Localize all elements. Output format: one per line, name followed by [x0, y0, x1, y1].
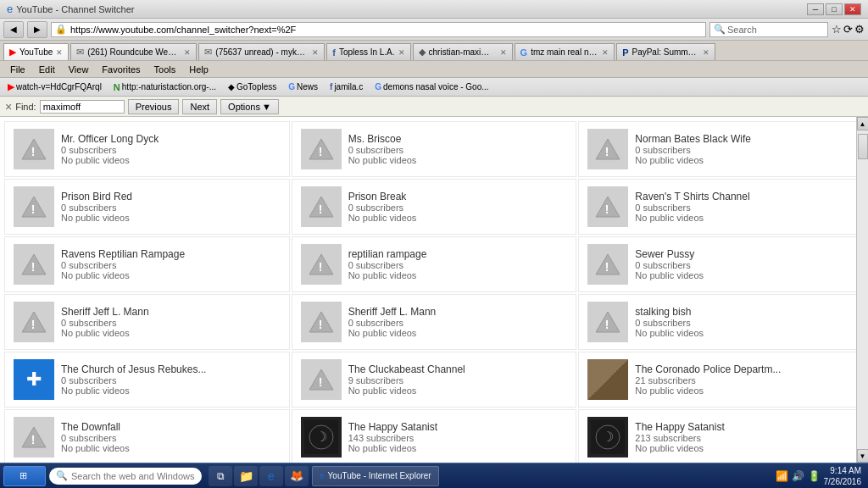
- channel-item[interactable]: ! stalking bish 0 subscribers No public …: [578, 294, 864, 350]
- bookmark-watch[interactable]: ▶ watch-v=HdCgrFQArql: [3, 80, 106, 93]
- warning-icon: !: [594, 136, 621, 163]
- tab-christian[interactable]: ◆ christian-maximoff - Wareho... ✕: [413, 43, 513, 60]
- channel-item[interactable]: ! Raven's T Shirts Channel 0 subscribers…: [578, 179, 864, 235]
- channel-item[interactable]: ! Ravens Reptilian Rampage 0 subscribers…: [4, 236, 290, 292]
- svg-text:☽: ☽: [315, 430, 327, 444]
- channel-info: The Church of Jesus Rebukes... 0 subscri…: [61, 363, 281, 396]
- channel-thumb-warn: !: [301, 129, 342, 169]
- channel-item[interactable]: ☽ The Happy Satanist 143 subscribers No …: [292, 409, 577, 463]
- browser-search-field[interactable]: 🔍 Search: [709, 22, 828, 37]
- forward-button[interactable]: ▶: [27, 21, 47, 38]
- channel-name: Sewer Pussy: [635, 248, 854, 260]
- taskbar-tray: 📶 🔊 🔋 9:14 AM 7/26/2016: [776, 465, 865, 487]
- channel-item[interactable]: ! Norman Bates Black Wife 0 subscribers …: [578, 121, 864, 177]
- channel-item[interactable]: ! Prison Break 0 subscribers No public v…: [292, 179, 577, 235]
- bookmark-demons[interactable]: G demons nasal voice - Goo...: [370, 81, 492, 92]
- maximize-button[interactable]: □: [826, 3, 843, 15]
- svg-text:!: !: [318, 318, 322, 331]
- settings-icon[interactable]: ⚙: [854, 23, 865, 36]
- find-options-label: Options: [228, 102, 260, 112]
- channel-item[interactable]: ! The Cluckabeast Channel 9 subscribers …: [292, 352, 577, 408]
- menu-view[interactable]: View: [62, 63, 96, 76]
- channel-videos: No public videos: [348, 213, 568, 223]
- tab-paypal[interactable]: P PayPal: Summary ✕: [616, 43, 715, 60]
- tab-close-pp[interactable]: ✕: [703, 48, 709, 57]
- menu-file[interactable]: File: [3, 63, 32, 76]
- channel-subscribers: 0 subscribers: [61, 318, 281, 328]
- find-previous-button[interactable]: Previous: [128, 99, 180, 114]
- bookmark-naturist[interactable]: N http:-naturistaction.org-...: [109, 81, 220, 93]
- tab-roundcube[interactable]: ✉ (261) Roundcube Webmail :: ... ✕: [70, 43, 197, 60]
- tab-mykonos[interactable]: ✉ (75637 unread) - mykonos67... ✕: [198, 43, 325, 60]
- tab-close-yt[interactable]: ✕: [56, 48, 63, 57]
- file-explorer-icon[interactable]: 📁: [234, 466, 258, 486]
- taskbar-search-box[interactable]: 🔍: [49, 468, 202, 485]
- find-input[interactable]: [40, 100, 125, 114]
- start-button[interactable]: ⊞: [3, 466, 46, 486]
- tab-close-tl[interactable]: ✕: [398, 48, 405, 57]
- tab-close-rc[interactable]: ✕: [184, 48, 191, 57]
- firefox-icon[interactable]: 🦊: [285, 466, 309, 486]
- channel-item[interactable]: ! The Downfall 0 subscribers No public v…: [4, 409, 290, 463]
- menu-help[interactable]: Help: [182, 63, 215, 76]
- channel-name: The Church of Jesus Rebukes...: [61, 363, 281, 375]
- tab-close-tmz[interactable]: ✕: [602, 48, 609, 57]
- tab-label-pp: PayPal: Summary: [632, 47, 699, 57]
- taskbar: ⊞ 🔍 ⧉ 📁 e 🦊 e YouTube - Internet Explore…: [0, 463, 868, 488]
- tab-label-tmz: tmz main real number - Goo...: [531, 47, 598, 57]
- scroll-up-button[interactable]: ▲: [857, 117, 869, 130]
- tray-clock[interactable]: 9:14 AM 7/26/2016: [824, 465, 862, 487]
- bookmark-gotopless[interactable]: ◆ GoTopless: [224, 81, 281, 92]
- menu-favorites[interactable]: Favorites: [95, 63, 147, 76]
- address-field[interactable]: 🔒 https://www.youtube.com/channel_switch…: [51, 22, 706, 37]
- close-button[interactable]: ✕: [844, 3, 861, 15]
- channel-thumb-coronado: [587, 359, 628, 400]
- bookmark-jamila[interactable]: f jamila.c: [326, 81, 367, 92]
- bookmark-icon-yt: ▶: [8, 81, 14, 92]
- title-bar-controls: ─ □ ✕: [807, 3, 861, 15]
- find-close-button[interactable]: ×: [5, 100, 12, 114]
- volume-icon[interactable]: 🔊: [792, 470, 804, 482]
- find-next-button[interactable]: Next: [182, 99, 217, 114]
- minimize-button[interactable]: ─: [807, 3, 824, 15]
- scrollbar[interactable]: ▲ ▼: [856, 117, 868, 463]
- channel-item[interactable]: ! Prison Bird Red 0 subscribers No publi…: [4, 179, 290, 235]
- channel-subscribers: 0 subscribers: [61, 202, 281, 213]
- channel-name: reptilian rampage: [348, 248, 568, 260]
- taskbar-search-input[interactable]: [71, 471, 195, 481]
- bookmark-news[interactable]: G News: [284, 81, 322, 92]
- channel-item[interactable]: ! Mr. Officer Long Dyck 0 subscribers No…: [4, 121, 290, 177]
- channel-item[interactable]: ☽ The Happy Satanist 213 subscribers No …: [578, 409, 864, 463]
- channel-name: The Coronado Police Departm...: [635, 363, 854, 375]
- satanist-art: ☽: [591, 420, 625, 454]
- scroll-thumb[interactable]: [858, 134, 868, 159]
- channel-videos: No public videos: [348, 328, 568, 338]
- scroll-down-button[interactable]: ▼: [857, 449, 869, 463]
- channel-item[interactable]: ! Sewer Pussy 0 subscribers No public vi…: [578, 236, 864, 292]
- channel-item[interactable]: ! Ms. Briscoe 0 subscribers No public vi…: [292, 121, 577, 177]
- ie-icon[interactable]: e: [259, 466, 283, 486]
- task-view-icon[interactable]: ⧉: [209, 466, 232, 486]
- refresh-icon[interactable]: ⟳: [843, 23, 853, 36]
- taskbar-app-ie[interactable]: e YouTube - Internet Explorer: [312, 466, 439, 486]
- tab-youtube[interactable]: ▶ YouTube ✕: [3, 43, 69, 60]
- channel-item[interactable]: ! Sheriff Jeff L. Mann 0 subscribers No …: [4, 294, 290, 350]
- channel-item[interactable]: The Coronado Police Departm... 21 subscr…: [578, 352, 864, 408]
- menu-tools[interactable]: Tools: [147, 63, 183, 76]
- find-bar: × Find: Previous Next Options ▼: [0, 97, 868, 117]
- tab-topless[interactable]: f Topless In L.A. ✕: [326, 43, 410, 60]
- back-button[interactable]: ◀: [3, 21, 24, 38]
- channel-item[interactable]: ✚ The Church of Jesus Rebukes... 0 subsc…: [4, 352, 290, 408]
- star-icon[interactable]: ☆: [832, 23, 842, 36]
- channel-item[interactable]: ! reptilian rampage 0 subscribers No pub…: [292, 236, 577, 292]
- bookmark-icon-news: G: [288, 82, 295, 92]
- find-options-button[interactable]: Options ▼: [220, 99, 279, 114]
- bookmark-label-news: News: [297, 82, 318, 92]
- tab-tmz[interactable]: G tmz main real number - Goo... ✕: [515, 43, 615, 60]
- menu-edit[interactable]: Edit: [32, 63, 62, 76]
- channel-item[interactable]: ! Sheriff Jeff L. Mann 0 subscribers No …: [292, 294, 577, 350]
- tab-close-mk[interactable]: ✕: [312, 48, 319, 57]
- tab-close-ch[interactable]: ✕: [500, 48, 507, 57]
- network-icon[interactable]: 📶: [776, 470, 788, 482]
- channel-subscribers: 0 subscribers: [635, 145, 854, 155]
